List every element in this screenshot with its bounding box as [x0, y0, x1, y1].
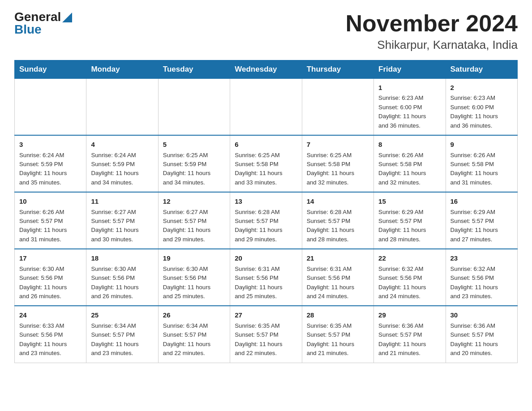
- day-info: Sunrise: 6:24 AMSunset: 5:59 PMDaylight:…: [19, 151, 82, 188]
- calendar-week-row: 3Sunrise: 6:24 AMSunset: 5:59 PMDaylight…: [15, 135, 518, 192]
- logo: General Blue: [14, 11, 72, 36]
- day-number: 28: [307, 310, 369, 320]
- day-number: 12: [163, 196, 225, 206]
- logo-blue-text: Blue: [14, 23, 42, 36]
- calendar-cell: 13Sunrise: 6:28 AMSunset: 5:57 PMDayligh…: [230, 192, 302, 249]
- weekday-header-row: SundayMondayTuesdayWednesdayThursdayFrid…: [15, 60, 518, 79]
- day-number: 19: [163, 253, 225, 263]
- day-number: 6: [235, 139, 297, 150]
- day-info: Sunrise: 6:26 AMSunset: 5:58 PMDaylight:…: [450, 151, 513, 188]
- day-number: 4: [91, 139, 153, 150]
- day-number: 7: [307, 139, 369, 150]
- day-number: 8: [378, 139, 441, 150]
- calendar-cell: [230, 79, 302, 136]
- day-info: Sunrise: 6:32 AMSunset: 5:56 PMDaylight:…: [450, 265, 513, 301]
- day-info: Sunrise: 6:35 AMSunset: 5:57 PMDaylight:…: [307, 321, 369, 358]
- calendar-cell: 9Sunrise: 6:26 AMSunset: 5:58 PMDaylight…: [446, 135, 517, 192]
- day-info: Sunrise: 6:34 AMSunset: 5:57 PMDaylight:…: [91, 321, 153, 358]
- weekday-header-sunday: Sunday: [15, 60, 86, 79]
- day-info: Sunrise: 6:30 AMSunset: 5:56 PMDaylight:…: [91, 265, 153, 301]
- day-number: 5: [163, 139, 225, 150]
- calendar-week-row: 17Sunrise: 6:30 AMSunset: 5:56 PMDayligh…: [15, 249, 518, 306]
- calendar-cell: 30Sunrise: 6:36 AMSunset: 5:57 PMDayligh…: [446, 306, 517, 363]
- weekday-header-monday: Monday: [86, 60, 158, 79]
- day-info: Sunrise: 6:26 AMSunset: 5:57 PMDaylight:…: [19, 208, 82, 244]
- day-number: 27: [235, 310, 297, 320]
- day-number: 21: [307, 253, 369, 263]
- day-info: Sunrise: 6:31 AMSunset: 5:56 PMDaylight:…: [235, 265, 297, 301]
- logo-triangle-icon: [62, 13, 72, 22]
- calendar-cell: 7Sunrise: 6:25 AMSunset: 5:58 PMDaylight…: [302, 135, 373, 192]
- calendar-cell: 22Sunrise: 6:32 AMSunset: 5:56 PMDayligh…: [374, 249, 446, 306]
- day-info: Sunrise: 6:36 AMSunset: 5:57 PMDaylight:…: [378, 321, 441, 358]
- calendar-cell: 27Sunrise: 6:35 AMSunset: 5:57 PMDayligh…: [230, 306, 302, 363]
- calendar-cell: 5Sunrise: 6:25 AMSunset: 5:59 PMDaylight…: [158, 135, 230, 192]
- calendar-cell: 23Sunrise: 6:32 AMSunset: 5:56 PMDayligh…: [446, 249, 517, 306]
- calendar-cell: [302, 79, 373, 136]
- calendar-cell: [15, 79, 86, 136]
- day-number: 14: [307, 196, 369, 206]
- calendar-cell: 26Sunrise: 6:34 AMSunset: 5:57 PMDayligh…: [158, 306, 230, 363]
- day-info: Sunrise: 6:30 AMSunset: 5:56 PMDaylight:…: [163, 265, 225, 301]
- logo-general-text: General: [14, 11, 61, 23]
- day-number: 1: [378, 82, 441, 93]
- day-info: Sunrise: 6:33 AMSunset: 5:56 PMDaylight:…: [19, 321, 82, 358]
- calendar-cell: 1Sunrise: 6:23 AMSunset: 6:00 PMDaylight…: [374, 79, 446, 136]
- location-title: Shikarpur, Karnataka, India: [346, 38, 518, 52]
- day-info: Sunrise: 6:29 AMSunset: 5:57 PMDaylight:…: [450, 208, 513, 244]
- day-info: Sunrise: 6:26 AMSunset: 5:58 PMDaylight:…: [378, 151, 441, 188]
- day-number: 13: [235, 196, 297, 206]
- calendar-cell: 18Sunrise: 6:30 AMSunset: 5:56 PMDayligh…: [86, 249, 158, 306]
- calendar-cell: 29Sunrise: 6:36 AMSunset: 5:57 PMDayligh…: [374, 306, 446, 363]
- day-number: 20: [235, 253, 297, 263]
- calendar-cell: 12Sunrise: 6:27 AMSunset: 5:57 PMDayligh…: [158, 192, 230, 249]
- day-number: 26: [163, 310, 225, 320]
- day-number: 15: [378, 196, 441, 206]
- day-info: Sunrise: 6:31 AMSunset: 5:56 PMDaylight:…: [307, 265, 369, 301]
- day-number: 9: [450, 139, 513, 150]
- day-info: Sunrise: 6:36 AMSunset: 5:57 PMDaylight:…: [450, 321, 513, 358]
- day-number: 22: [378, 253, 441, 263]
- calendar-table: SundayMondayTuesdayWednesdayThursdayFrid…: [14, 60, 518, 363]
- calendar-cell: 25Sunrise: 6:34 AMSunset: 5:57 PMDayligh…: [86, 306, 158, 363]
- day-info: Sunrise: 6:29 AMSunset: 5:57 PMDaylight:…: [378, 208, 441, 244]
- calendar-cell: 14Sunrise: 6:28 AMSunset: 5:57 PMDayligh…: [302, 192, 373, 249]
- day-info: Sunrise: 6:23 AMSunset: 6:00 PMDaylight:…: [378, 94, 441, 130]
- month-title: November 2024: [346, 11, 518, 36]
- calendar-cell: 4Sunrise: 6:24 AMSunset: 5:59 PMDaylight…: [86, 135, 158, 192]
- weekday-header-friday: Friday: [374, 60, 446, 79]
- day-info: Sunrise: 6:32 AMSunset: 5:56 PMDaylight:…: [378, 265, 441, 301]
- calendar-cell: 28Sunrise: 6:35 AMSunset: 5:57 PMDayligh…: [302, 306, 373, 363]
- calendar-cell: [158, 79, 230, 136]
- day-info: Sunrise: 6:24 AMSunset: 5:59 PMDaylight:…: [91, 151, 153, 188]
- calendar-cell: 16Sunrise: 6:29 AMSunset: 5:57 PMDayligh…: [446, 192, 517, 249]
- calendar-cell: 10Sunrise: 6:26 AMSunset: 5:57 PMDayligh…: [15, 192, 86, 249]
- weekday-header-saturday: Saturday: [446, 60, 517, 79]
- day-info: Sunrise: 6:30 AMSunset: 5:56 PMDaylight:…: [19, 265, 82, 301]
- calendar-week-row: 10Sunrise: 6:26 AMSunset: 5:57 PMDayligh…: [15, 192, 518, 249]
- day-number: 17: [19, 253, 82, 263]
- day-number: 23: [450, 253, 513, 263]
- calendar-cell: 15Sunrise: 6:29 AMSunset: 5:57 PMDayligh…: [374, 192, 446, 249]
- day-info: Sunrise: 6:27 AMSunset: 5:57 PMDaylight:…: [163, 208, 225, 244]
- calendar-week-row: 24Sunrise: 6:33 AMSunset: 5:56 PMDayligh…: [15, 306, 518, 363]
- calendar-cell: 20Sunrise: 6:31 AMSunset: 5:56 PMDayligh…: [230, 249, 302, 306]
- day-number: 2: [450, 82, 513, 93]
- calendar-cell: 19Sunrise: 6:30 AMSunset: 5:56 PMDayligh…: [158, 249, 230, 306]
- day-number: 25: [91, 310, 153, 320]
- day-info: Sunrise: 6:25 AMSunset: 5:58 PMDaylight:…: [235, 151, 297, 188]
- day-info: Sunrise: 6:28 AMSunset: 5:57 PMDaylight:…: [235, 208, 297, 244]
- day-info: Sunrise: 6:34 AMSunset: 5:57 PMDaylight:…: [163, 321, 225, 358]
- calendar-cell: 2Sunrise: 6:23 AMSunset: 6:00 PMDaylight…: [446, 79, 517, 136]
- weekday-header-tuesday: Tuesday: [158, 60, 230, 79]
- weekday-header-thursday: Thursday: [302, 60, 373, 79]
- day-number: 30: [450, 310, 513, 320]
- day-number: 10: [19, 196, 82, 206]
- day-number: 16: [450, 196, 513, 206]
- day-info: Sunrise: 6:35 AMSunset: 5:57 PMDaylight:…: [235, 321, 297, 358]
- calendar-cell: 24Sunrise: 6:33 AMSunset: 5:56 PMDayligh…: [15, 306, 86, 363]
- day-number: 29: [378, 310, 441, 320]
- day-info: Sunrise: 6:25 AMSunset: 5:59 PMDaylight:…: [163, 151, 225, 188]
- day-number: 18: [91, 253, 153, 263]
- calendar-week-row: 1Sunrise: 6:23 AMSunset: 6:00 PMDaylight…: [15, 79, 518, 136]
